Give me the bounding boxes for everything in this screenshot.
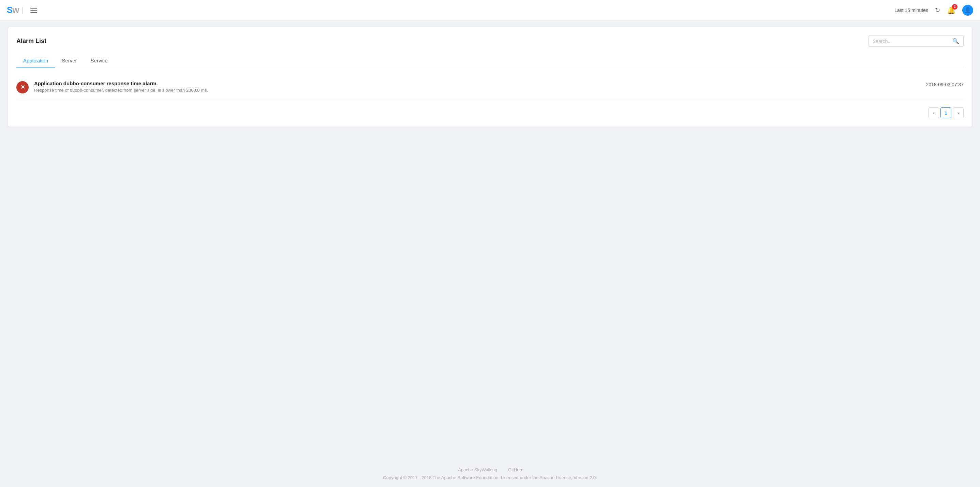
alarm-error-icon: ✕ [16, 81, 29, 94]
tab-application[interactable]: Application [16, 54, 55, 68]
alarm-title: Application dubbo-consumer response time… [34, 81, 920, 86]
pagination-prev[interactable]: ‹ [928, 107, 939, 118]
avatar[interactable]: 👤 [962, 5, 973, 16]
footer-link-github[interactable]: GitHub [508, 467, 522, 472]
refresh-icon[interactable]: ↻ [935, 6, 940, 14]
header-right: Last 15 minutes ↻ 🔔 2 👤 [894, 5, 973, 16]
search-icon: 🔍 [952, 38, 959, 45]
alarm-description: Response time of dubbo-consumer, detecte… [34, 88, 920, 93]
main-content: Alarm List 🔍 Application Server Service … [0, 21, 980, 458]
alarm-content: Application dubbo-consumer response time… [34, 81, 920, 93]
menu-icon[interactable] [29, 6, 38, 14]
alarm-card: Alarm List 🔍 Application Server Service … [8, 27, 972, 127]
footer: Apache SkyWalking GitHub Copyright © 201… [0, 458, 980, 487]
alarm-time: 2018-09-03 07:37 [926, 82, 964, 87]
footer-links: Apache SkyWalking GitHub [0, 467, 980, 472]
alarm-item: ✕ Application dubbo-consumer response ti… [16, 75, 964, 99]
pagination-page-1[interactable]: 1 [940, 107, 951, 118]
pagination: ‹ 1 › [16, 107, 964, 118]
search-input[interactable] [873, 38, 952, 44]
logo: Sw | [7, 5, 24, 15]
search-box[interactable]: 🔍 [868, 35, 964, 47]
tab-server[interactable]: Server [55, 54, 84, 68]
logo-divider: | [22, 6, 24, 14]
time-label: Last 15 minutes [894, 8, 928, 13]
footer-copyright: Copyright © 2017 - 2018 The Apache Softw… [0, 475, 980, 480]
page-title: Alarm List [16, 38, 46, 45]
logo-text: Sw [7, 5, 19, 15]
header-left: Sw | [7, 5, 38, 15]
notification-badge: 2 [952, 4, 958, 10]
tab-service[interactable]: Service [84, 54, 115, 68]
card-header: Alarm List 🔍 [16, 35, 964, 47]
bell-button[interactable]: 🔔 2 [947, 6, 955, 14]
tabs: Application Server Service [16, 54, 964, 68]
pagination-next[interactable]: › [953, 107, 964, 118]
header: Sw | Last 15 minutes ↻ 🔔 2 👤 [0, 0, 980, 21]
footer-link-skywalking[interactable]: Apache SkyWalking [458, 467, 497, 472]
alarm-list: ✕ Application dubbo-consumer response ti… [16, 75, 964, 99]
avatar-icon: 👤 [964, 7, 971, 13]
